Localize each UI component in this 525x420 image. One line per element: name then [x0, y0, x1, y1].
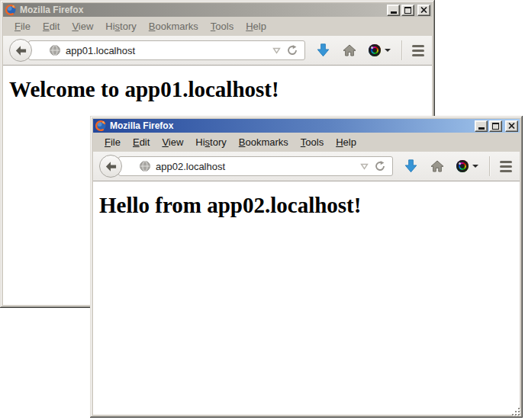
- menu-bar: FileEditViewHistoryBookmarksToolsHelp: [3, 17, 432, 36]
- page-heading: Welcome to app01.localhost!: [9, 77, 432, 102]
- reload-button[interactable]: [284, 45, 301, 56]
- url-bar[interactable]: app01.localhost: [28, 40, 305, 60]
- home-icon: [430, 160, 444, 172]
- download-button[interactable]: [317, 43, 330, 57]
- menu-file[interactable]: File: [9, 19, 36, 34]
- close-button[interactable]: [505, 120, 518, 132]
- color-wheel-addon-button[interactable]: [456, 160, 478, 172]
- menu-help[interactable]: Help: [330, 135, 362, 149]
- url-text[interactable]: app02.localhost: [156, 161, 357, 172]
- desktop: { "desktop": { "background": "#ffffff" }…: [0, 0, 525, 420]
- minimize-icon: [478, 127, 485, 130]
- close-button[interactable]: [417, 5, 430, 16]
- menu-edit[interactable]: Edit: [127, 135, 155, 149]
- menu-file[interactable]: File: [99, 135, 126, 149]
- firefox-logo-icon: [95, 120, 107, 132]
- window-title: Mozilla Firefox: [110, 120, 173, 131]
- window-title: Mozilla Firefox: [20, 5, 83, 15]
- home-button[interactable]: [343, 44, 356, 56]
- toolbar-separator: [401, 40, 402, 60]
- back-button[interactable]: [9, 39, 32, 62]
- back-arrow-icon: [105, 160, 118, 173]
- color-wheel-addon-button[interactable]: [369, 44, 391, 56]
- maximize-button[interactable]: [401, 5, 414, 16]
- menu-tools[interactable]: Tools: [205, 19, 239, 34]
- home-icon: [343, 44, 356, 56]
- reload-button[interactable]: [372, 161, 388, 172]
- page-content-app02: Hello from app02.localhost!: [93, 181, 520, 415]
- maximize-button[interactable]: [489, 120, 502, 132]
- download-arrow-icon: [317, 43, 330, 57]
- menu-bookmarks[interactable]: Bookmarks: [143, 19, 204, 34]
- close-icon: [420, 7, 427, 13]
- hamburger-menu-button[interactable]: [500, 161, 512, 172]
- minimize-button[interactable]: [387, 5, 400, 16]
- menu-edit[interactable]: Edit: [37, 19, 65, 34]
- url-bar[interactable]: app02.localhost: [118, 156, 393, 176]
- menu-view[interactable]: View: [156, 135, 188, 149]
- firefox-window-app02: Mozilla Firefox FileEditViewHistoryBookm…: [90, 116, 523, 418]
- titlebar[interactable]: Mozilla Firefox: [93, 119, 520, 133]
- chevron-down-icon[interactable]: [357, 163, 372, 170]
- toolbar-separator: [489, 156, 490, 176]
- back-button[interactable]: [99, 155, 122, 178]
- navigation-toolbar: app02.localhost: [93, 152, 520, 181]
- menu-bar: FileEditViewHistoryBookmarksToolsHelp: [93, 133, 520, 152]
- globe-icon: [139, 160, 151, 172]
- color-wheel-icon: [369, 44, 381, 56]
- home-button[interactable]: [430, 160, 444, 172]
- navigation-toolbar: app01.localhost: [3, 36, 432, 66]
- menu-bookmarks[interactable]: Bookmarks: [234, 135, 294, 149]
- hamburger-menu-button[interactable]: [412, 45, 424, 56]
- caret-down-icon: [472, 165, 478, 168]
- download-button[interactable]: [404, 159, 417, 173]
- page-heading: Hello from app02.localhost!: [99, 193, 520, 218]
- resize-grip[interactable]: [511, 406, 521, 416]
- menu-tools[interactable]: Tools: [295, 135, 329, 149]
- globe-icon: [49, 44, 61, 56]
- chevron-down-icon[interactable]: [269, 47, 284, 54]
- maximize-icon: [492, 123, 499, 130]
- window-controls: [387, 5, 430, 16]
- menu-help[interactable]: Help: [240, 19, 272, 34]
- menu-view[interactable]: View: [66, 19, 98, 34]
- window-controls: [475, 120, 518, 132]
- download-arrow-icon: [404, 159, 417, 173]
- menu-history[interactable]: History: [190, 135, 231, 149]
- titlebar[interactable]: Mozilla Firefox: [3, 3, 432, 17]
- back-arrow-icon: [14, 44, 27, 57]
- minimize-icon: [391, 11, 397, 14]
- menu-history[interactable]: History: [100, 19, 141, 34]
- firefox-logo-icon: [5, 4, 17, 16]
- color-wheel-icon: [456, 160, 469, 172]
- maximize-icon: [404, 7, 411, 14]
- caret-down-icon: [385, 49, 391, 52]
- close-icon: [508, 123, 515, 129]
- minimize-button[interactable]: [475, 120, 488, 132]
- reload-icon: [375, 161, 385, 172]
- reload-icon: [287, 45, 298, 56]
- url-text[interactable]: app01.localhost: [66, 45, 269, 56]
